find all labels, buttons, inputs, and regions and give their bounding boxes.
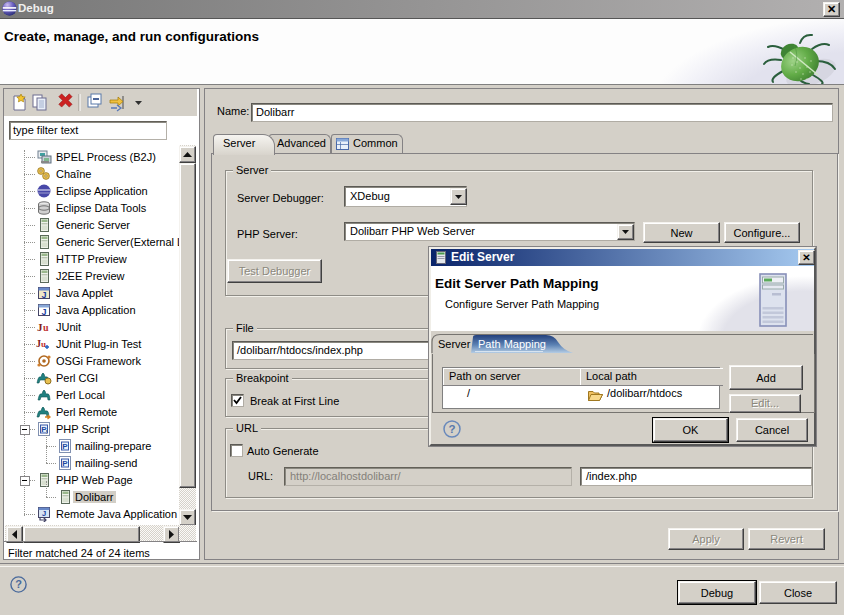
svg-text:P: P: [62, 459, 68, 468]
svg-text:?: ?: [15, 578, 22, 590]
svg-text:J: J: [41, 307, 46, 317]
svg-text:J: J: [41, 290, 46, 300]
svg-text:J: J: [42, 509, 46, 518]
svg-text:u: u: [43, 322, 49, 333]
svg-text:P: P: [62, 442, 68, 451]
svg-text:Server: Server: [438, 338, 471, 350]
svg-text:?: ?: [448, 423, 455, 435]
svg-text:Path Mapping: Path Mapping: [478, 338, 546, 350]
